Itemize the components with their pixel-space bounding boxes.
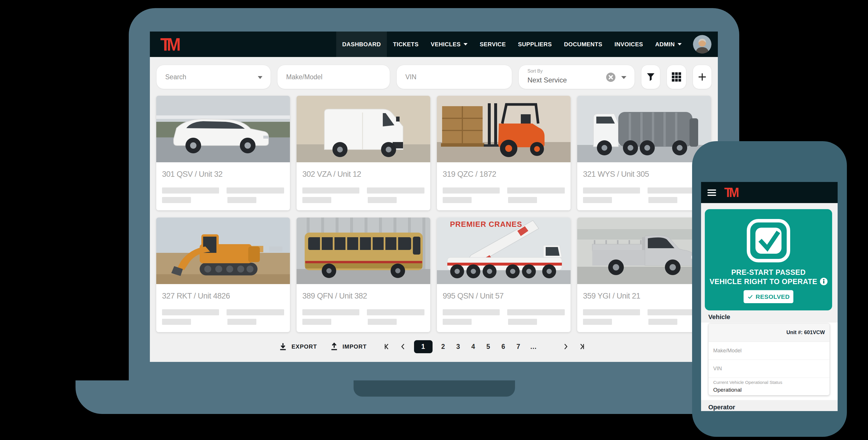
nav-suppliers[interactable]: SUPPLIERS	[512, 32, 558, 57]
add-vehicle-button[interactable]	[693, 65, 712, 89]
nav-dashboard[interactable]: DASHBOARD	[336, 32, 387, 57]
marketing-mockup-stage: TM DASHBOARD TICKETS VEHICLES SERVICE SU…	[0, 0, 868, 440]
placeholder-bars	[443, 309, 565, 325]
make-model-input[interactable]: Make/Model	[277, 65, 390, 89]
operational-status-label: Current Vehicle Operational Status	[713, 380, 830, 385]
nav-documents[interactable]: DOCUMENTS	[558, 32, 609, 57]
page-4[interactable]: 4	[469, 343, 478, 351]
vehicle-card[interactable]: 327 RKT / Unit 4826	[156, 218, 290, 332]
vehicle-photo-bus	[297, 218, 430, 284]
sort-by-label: Sort By	[527, 68, 542, 74]
vehicle-title: 321 WYS / Unit 305	[583, 170, 705, 179]
vehicle-card[interactable]: 359 YGI / Unit 21	[577, 218, 711, 332]
page-6[interactable]: 6	[499, 343, 508, 351]
import-button[interactable]: IMPORT	[330, 342, 367, 351]
vehicle-section-heading: Vehicle	[708, 313, 730, 321]
placeholder-bars	[443, 187, 565, 203]
vin-field[interactable]: VIN	[709, 360, 830, 378]
clear-sort-icon[interactable]	[606, 73, 615, 82]
plus-icon	[697, 72, 707, 82]
page-2[interactable]: 2	[439, 343, 447, 351]
previous-page-button[interactable]	[399, 342, 407, 351]
placeholder-bars	[302, 309, 425, 325]
nav-invoices-label: INVOICES	[615, 41, 643, 48]
vehicle-photo-excavator	[156, 218, 290, 284]
list-footer: EXPORT IMPORT 1 2 3 4 5 6 7 …	[150, 338, 718, 355]
vehicle-card[interactable]: 301 QSV / Unit 32	[156, 96, 290, 210]
laptop-base-notch	[353, 380, 515, 397]
vehicle-title: 302 VZA / Unit 12	[302, 170, 425, 179]
mobile-app-screen: TM PRE-START PASSED VEHICLE RIGHT TO OPE…	[701, 182, 838, 411]
vin-placeholder: VIN	[405, 73, 416, 81]
check-icon	[747, 294, 753, 300]
nav-invoices[interactable]: INVOICES	[609, 32, 649, 57]
import-label: IMPORT	[343, 343, 367, 350]
nav-vehicles[interactable]: VEHICLES	[425, 32, 474, 57]
user-avatar[interactable]	[693, 35, 711, 54]
vehicle-detail-card: Unit #: 601VCW Make/Model VIN Current Ve…	[708, 323, 830, 396]
vehicle-card[interactable]: 389 QFN / Unit 382	[297, 218, 430, 332]
info-icon[interactable]	[820, 278, 828, 285]
vehicle-card[interactable]: 302 VZA / Unit 12	[297, 96, 430, 210]
make-model-placeholder: Make/Model	[286, 73, 322, 81]
first-page-button[interactable]	[383, 342, 392, 351]
sort-by-select[interactable]: Sort By Next Service	[519, 65, 635, 89]
filter-bar: Search Make/Model VIN Sort By Next Servi…	[156, 65, 712, 89]
chevron-down-icon	[621, 76, 626, 79]
mobile-header: TM	[701, 182, 838, 203]
menu-icon[interactable]	[707, 188, 716, 197]
search-input[interactable]: Search	[156, 65, 271, 89]
nav-suppliers-label: SUPPLIERS	[518, 41, 552, 48]
operational-status-field[interactable]: Current Vehicle Operational Status Opera…	[709, 378, 830, 396]
make-model-label: Make/Model	[713, 348, 742, 354]
vehicle-card[interactable]: 321 WYS / Unit 305	[577, 96, 711, 210]
svg-text:PREMIER CRANES: PREMIER CRANES	[450, 220, 522, 228]
prestart-passed-text: PRE-START PASSED	[705, 268, 832, 277]
operational-status-value: Operational	[713, 387, 830, 393]
operator-section-heading: Operator	[708, 404, 735, 411]
nav-documents-label: DOCUMENTS	[564, 41, 602, 48]
vehicle-title: 301 QSV / Unit 32	[162, 170, 284, 179]
nav-service-label: SERVICE	[480, 41, 506, 48]
page-7[interactable]: 7	[514, 343, 523, 351]
vehicle-photo-mobile-crane: PREMIER CRANES	[437, 218, 570, 284]
placeholder-bars	[162, 187, 284, 203]
grid-view-button[interactable]	[666, 65, 686, 89]
last-page-button[interactable]	[577, 342, 586, 351]
export-button[interactable]: EXPORT	[279, 342, 317, 351]
vehicle-photo-garbage-truck	[577, 96, 711, 162]
top-navbar: TM DASHBOARD TICKETS VEHICLES SERVICE SU…	[150, 32, 718, 57]
page-3[interactable]: 3	[454, 343, 463, 351]
placeholder-bars	[583, 187, 705, 203]
laptop-base	[75, 380, 779, 414]
vehicle-title: 319 QZC / 1872	[443, 170, 565, 179]
make-model-field[interactable]: Make/Model	[709, 342, 830, 360]
check-square-icon	[705, 219, 832, 264]
page-1-active[interactable]: 1	[414, 340, 433, 353]
upload-icon	[330, 342, 339, 351]
phone-mockup: TM PRE-START PASSED VEHICLE RIGHT TO OPE…	[692, 141, 847, 437]
vehicle-photo-white-van	[297, 96, 430, 162]
page-5[interactable]: 5	[484, 343, 493, 351]
vehicle-card[interactable]: PREMIER CRANES	[437, 218, 570, 332]
vehicle-title: 327 RKT / Unit 4826	[162, 292, 284, 301]
vehicle-photo-flatbed-ute	[577, 218, 711, 284]
right-to-operate-text: VEHICLE RIGHT TO OPERATE	[709, 277, 817, 286]
nav-dashboard-label: DASHBOARD	[342, 41, 381, 48]
resolved-label: RESOLVED	[756, 293, 790, 300]
nav-vehicles-label: VEHICLES	[431, 41, 461, 48]
placeholder-bars	[583, 309, 705, 325]
vehicle-card[interactable]: 319 QZC / 1872	[437, 96, 570, 210]
placeholder-bars	[162, 309, 284, 325]
resolved-button[interactable]: RESOLVED	[744, 290, 793, 303]
nav-admin[interactable]: ADMIN	[649, 32, 688, 57]
next-page-button[interactable]	[561, 342, 570, 351]
main-nav: DASHBOARD TICKETS VEHICLES SERVICE SUPPL…	[336, 32, 711, 57]
vin-input[interactable]: VIN	[396, 65, 512, 89]
filter-button[interactable]	[641, 65, 660, 89]
grid-icon	[672, 72, 681, 82]
export-label: EXPORT	[291, 343, 317, 350]
nav-tickets[interactable]: TICKETS	[387, 32, 425, 57]
nav-service[interactable]: SERVICE	[474, 32, 512, 57]
right-to-operate-row: VEHICLE RIGHT TO OPERATE	[705, 277, 832, 286]
